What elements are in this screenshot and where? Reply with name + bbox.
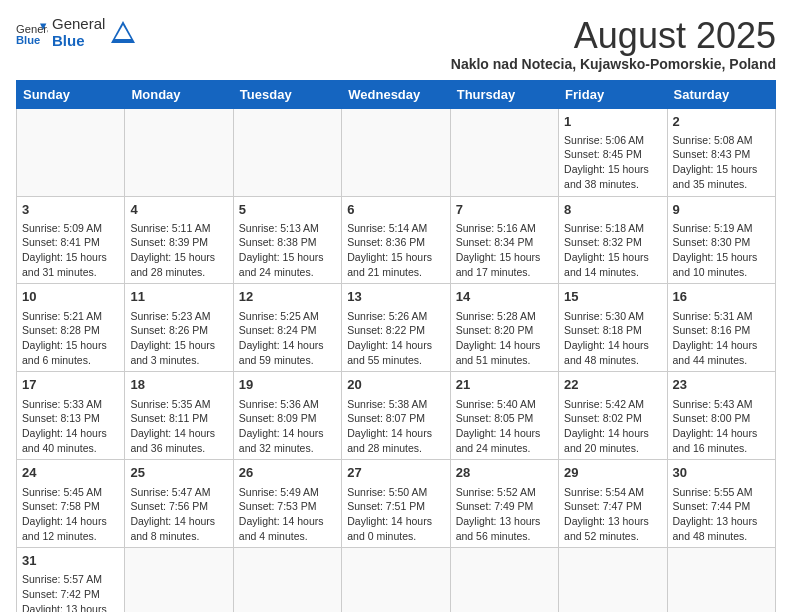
day-number: 16 [673, 288, 770, 306]
day-info: Sunrise: 5:25 AM Sunset: 8:24 PM Dayligh… [239, 309, 336, 368]
svg-text:Blue: Blue [16, 34, 40, 46]
calendar-day-cell: 14Sunrise: 5:28 AM Sunset: 8:20 PM Dayli… [450, 284, 558, 372]
day-info: Sunrise: 5:52 AM Sunset: 7:49 PM Dayligh… [456, 485, 553, 544]
calendar-day-cell: 19Sunrise: 5:36 AM Sunset: 8:09 PM Dayli… [233, 372, 341, 460]
calendar-day-cell: 12Sunrise: 5:25 AM Sunset: 8:24 PM Dayli… [233, 284, 341, 372]
day-number: 25 [130, 464, 227, 482]
logo-general-text: General [52, 16, 105, 33]
page-header: General Blue General Blue August 2025 Na… [16, 16, 776, 72]
calendar-day-cell: 7Sunrise: 5:16 AM Sunset: 8:34 PM Daylig… [450, 196, 558, 284]
day-number: 6 [347, 201, 444, 219]
day-number: 26 [239, 464, 336, 482]
calendar-day-cell: 8Sunrise: 5:18 AM Sunset: 8:32 PM Daylig… [559, 196, 667, 284]
day-info: Sunrise: 5:36 AM Sunset: 8:09 PM Dayligh… [239, 397, 336, 456]
day-number: 4 [130, 201, 227, 219]
day-number: 19 [239, 376, 336, 394]
day-number: 9 [673, 201, 770, 219]
calendar-day-cell: 2Sunrise: 5:08 AM Sunset: 8:43 PM Daylig… [667, 108, 775, 196]
calendar-day-cell: 17Sunrise: 5:33 AM Sunset: 8:13 PM Dayli… [17, 372, 125, 460]
calendar-day-cell [233, 548, 341, 612]
calendar-day-cell [125, 548, 233, 612]
day-number: 2 [673, 113, 770, 131]
day-number: 31 [22, 552, 119, 570]
day-of-week-header: Wednesday [342, 80, 450, 108]
day-number: 18 [130, 376, 227, 394]
day-info: Sunrise: 5:14 AM Sunset: 8:36 PM Dayligh… [347, 221, 444, 280]
day-info: Sunrise: 5:50 AM Sunset: 7:51 PM Dayligh… [347, 485, 444, 544]
day-number: 20 [347, 376, 444, 394]
calendar-day-cell: 5Sunrise: 5:13 AM Sunset: 8:38 PM Daylig… [233, 196, 341, 284]
day-info: Sunrise: 5:16 AM Sunset: 8:34 PM Dayligh… [456, 221, 553, 280]
day-of-week-header: Sunday [17, 80, 125, 108]
calendar-week-row: 31Sunrise: 5:57 AM Sunset: 7:42 PM Dayli… [17, 548, 776, 612]
day-number: 3 [22, 201, 119, 219]
day-number: 24 [22, 464, 119, 482]
day-number: 21 [456, 376, 553, 394]
calendar-day-cell [342, 108, 450, 196]
day-info: Sunrise: 5:33 AM Sunset: 8:13 PM Dayligh… [22, 397, 119, 456]
calendar-day-cell: 9Sunrise: 5:19 AM Sunset: 8:30 PM Daylig… [667, 196, 775, 284]
day-number: 17 [22, 376, 119, 394]
day-number: 15 [564, 288, 661, 306]
calendar-day-cell: 1Sunrise: 5:06 AM Sunset: 8:45 PM Daylig… [559, 108, 667, 196]
day-number: 10 [22, 288, 119, 306]
day-of-week-header: Thursday [450, 80, 558, 108]
calendar-day-cell: 15Sunrise: 5:30 AM Sunset: 8:18 PM Dayli… [559, 284, 667, 372]
day-number: 29 [564, 464, 661, 482]
day-number: 1 [564, 113, 661, 131]
day-info: Sunrise: 5:43 AM Sunset: 8:00 PM Dayligh… [673, 397, 770, 456]
calendar-day-cell [450, 108, 558, 196]
calendar-day-cell [233, 108, 341, 196]
calendar-day-cell: 29Sunrise: 5:54 AM Sunset: 7:47 PM Dayli… [559, 460, 667, 548]
calendar-day-cell: 27Sunrise: 5:50 AM Sunset: 7:51 PM Dayli… [342, 460, 450, 548]
day-info: Sunrise: 5:57 AM Sunset: 7:42 PM Dayligh… [22, 572, 119, 612]
day-info: Sunrise: 5:55 AM Sunset: 7:44 PM Dayligh… [673, 485, 770, 544]
calendar-day-cell: 25Sunrise: 5:47 AM Sunset: 7:56 PM Dayli… [125, 460, 233, 548]
day-info: Sunrise: 5:18 AM Sunset: 8:32 PM Dayligh… [564, 221, 661, 280]
calendar-day-cell: 11Sunrise: 5:23 AM Sunset: 8:26 PM Dayli… [125, 284, 233, 372]
calendar-day-cell [450, 548, 558, 612]
calendar-day-cell: 23Sunrise: 5:43 AM Sunset: 8:00 PM Dayli… [667, 372, 775, 460]
logo-triangle-icon [109, 19, 137, 47]
day-of-week-header: Monday [125, 80, 233, 108]
day-info: Sunrise: 5:23 AM Sunset: 8:26 PM Dayligh… [130, 309, 227, 368]
day-info: Sunrise: 5:08 AM Sunset: 8:43 PM Dayligh… [673, 133, 770, 192]
day-number: 22 [564, 376, 661, 394]
day-info: Sunrise: 5:54 AM Sunset: 7:47 PM Dayligh… [564, 485, 661, 544]
day-info: Sunrise: 5:40 AM Sunset: 8:05 PM Dayligh… [456, 397, 553, 456]
day-number: 8 [564, 201, 661, 219]
day-info: Sunrise: 5:06 AM Sunset: 8:45 PM Dayligh… [564, 133, 661, 192]
day-number: 11 [130, 288, 227, 306]
calendar-day-cell: 28Sunrise: 5:52 AM Sunset: 7:49 PM Dayli… [450, 460, 558, 548]
day-number: 12 [239, 288, 336, 306]
month-title: August 2025 [451, 16, 776, 56]
day-number: 13 [347, 288, 444, 306]
day-info: Sunrise: 5:21 AM Sunset: 8:28 PM Dayligh… [22, 309, 119, 368]
day-info: Sunrise: 5:31 AM Sunset: 8:16 PM Dayligh… [673, 309, 770, 368]
calendar-day-cell: 6Sunrise: 5:14 AM Sunset: 8:36 PM Daylig… [342, 196, 450, 284]
calendar-day-cell: 13Sunrise: 5:26 AM Sunset: 8:22 PM Dayli… [342, 284, 450, 372]
day-of-week-header: Tuesday [233, 80, 341, 108]
calendar-day-cell: 26Sunrise: 5:49 AM Sunset: 7:53 PM Dayli… [233, 460, 341, 548]
calendar-day-cell [342, 548, 450, 612]
day-of-week-header: Saturday [667, 80, 775, 108]
day-number: 14 [456, 288, 553, 306]
calendar-day-cell: 3Sunrise: 5:09 AM Sunset: 8:41 PM Daylig… [17, 196, 125, 284]
calendar-week-row: 1Sunrise: 5:06 AM Sunset: 8:45 PM Daylig… [17, 108, 776, 196]
calendar-week-row: 10Sunrise: 5:21 AM Sunset: 8:28 PM Dayli… [17, 284, 776, 372]
calendar-day-cell [667, 548, 775, 612]
day-number: 28 [456, 464, 553, 482]
calendar-day-cell: 30Sunrise: 5:55 AM Sunset: 7:44 PM Dayli… [667, 460, 775, 548]
calendar-day-cell [17, 108, 125, 196]
calendar-week-row: 24Sunrise: 5:45 AM Sunset: 7:58 PM Dayli… [17, 460, 776, 548]
calendar-day-cell [125, 108, 233, 196]
day-info: Sunrise: 5:11 AM Sunset: 8:39 PM Dayligh… [130, 221, 227, 280]
logo-blue-text: Blue [52, 33, 105, 50]
calendar-day-cell: 20Sunrise: 5:38 AM Sunset: 8:07 PM Dayli… [342, 372, 450, 460]
generalblue-logo-icon: General Blue [16, 19, 48, 47]
day-number: 7 [456, 201, 553, 219]
day-info: Sunrise: 5:49 AM Sunset: 7:53 PM Dayligh… [239, 485, 336, 544]
day-number: 27 [347, 464, 444, 482]
calendar-day-cell [559, 548, 667, 612]
day-info: Sunrise: 5:47 AM Sunset: 7:56 PM Dayligh… [130, 485, 227, 544]
